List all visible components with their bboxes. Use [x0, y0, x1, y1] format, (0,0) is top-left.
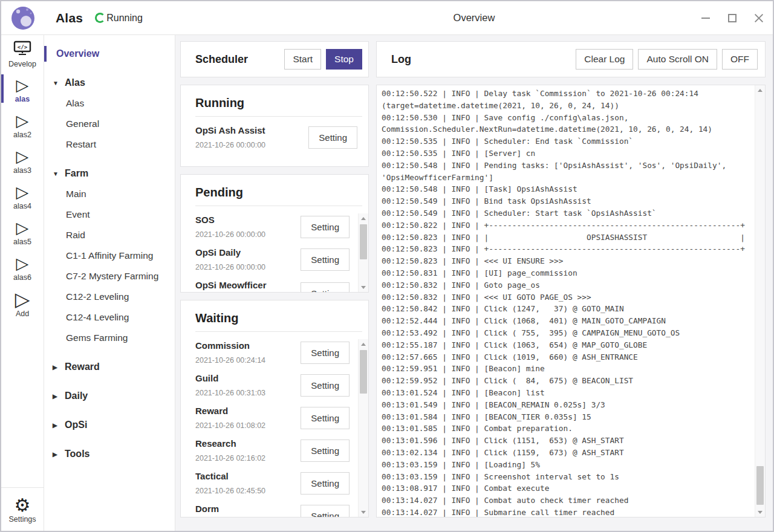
start-button[interactable]: Start — [284, 49, 321, 70]
play-icon: ▷ — [16, 77, 29, 94]
main-content: Scheduler Start Stop Running — [175, 35, 773, 531]
minimize-icon — [701, 18, 710, 19]
auto-scroll-off-button[interactable]: OFF — [722, 49, 758, 70]
nav-item[interactable]: ▶ Reward — [44, 357, 175, 377]
nav-item-label: Farm — [65, 168, 88, 179]
clear-log-button[interactable]: Clear Log — [576, 49, 633, 70]
running-card: Running OpSi Ash Assist 2021-10-26 00:00… — [180, 85, 369, 167]
scheduler-title: Scheduler — [195, 53, 284, 66]
task-name: Dorm — [195, 502, 297, 516]
rail-item[interactable]: </> ▷ alas5 — [1, 213, 44, 249]
nav-item-label: Alas — [66, 98, 84, 109]
scroll-down-icon[interactable] — [359, 282, 368, 292]
nav-item[interactable]: ▶ Daily — [44, 386, 175, 406]
log-line: 00:12:59.951 | INFO | [Beacon] mine — [382, 363, 753, 375]
nav-item[interactable]: Alas — [44, 93, 175, 114]
nav-item-label: Raid — [66, 230, 85, 241]
plus-icon: ▷ — [15, 290, 30, 308]
task-row: SOS 2021-10-26 00:00:00 Setting — [195, 213, 356, 240]
settings-button[interactable]: ⚙ Settings — [1, 487, 44, 531]
scroll-down-icon[interactable] — [359, 507, 368, 517]
rail-item[interactable]: </> ▷ alas6 — [1, 249, 44, 285]
scrollbar-thumb[interactable] — [360, 224, 367, 259]
gear-icon: ⚙ — [15, 496, 31, 515]
scheduler-status: Running — [95, 13, 143, 24]
log-line: 00:13:01.596 | INFO | Click (1151, 653) … — [382, 435, 753, 447]
task-setting-button[interactable]: Setting — [301, 505, 350, 517]
log-line: 00:12:52.444 | INFO | Click (1068, 401) … — [382, 315, 753, 327]
nav-item[interactable]: C1-1 Affinity Farming — [44, 245, 175, 266]
scroll-down-icon[interactable] — [755, 507, 765, 517]
divider — [195, 331, 362, 332]
rail-item[interactable]: </> ▷ Develop — [1, 35, 44, 71]
log-line: 00:13:02.134 | INFO | Click (1159, 673) … — [382, 447, 753, 459]
task-setting-button[interactable]: Setting — [301, 216, 350, 238]
waiting-scrollbar[interactable] — [358, 339, 368, 517]
settings-label: Settings — [8, 515, 36, 524]
log-line: 00:12:50.548 | INFO | Pending tasks: ['O… — [382, 160, 753, 184]
nav-item[interactable]: Gems Farming — [44, 328, 175, 348]
log-title: Log — [391, 53, 576, 66]
maximize-button[interactable] — [727, 13, 738, 24]
task-next-run-time: 2021-10-26 02:45:50 — [195, 485, 297, 496]
nav-item-label: C12-4 Leveling — [66, 312, 129, 323]
nav-item[interactable]: ▼ Farm — [44, 163, 175, 184]
task-setting-button[interactable]: Setting — [308, 126, 357, 149]
log-line: 00:12:50.823 | INFO | | OPSIASHASSIST | — [382, 232, 753, 244]
rail-item[interactable]: </> ▷ alas3 — [1, 142, 44, 178]
log-line: 00:12:50.823 | INFO | +-----------------… — [382, 243, 753, 255]
pending-scrollbar[interactable] — [358, 213, 368, 292]
task-setting-button[interactable]: Setting — [301, 407, 350, 429]
scroll-up-icon[interactable] — [359, 213, 368, 223]
task-setting-button[interactable]: Setting — [301, 282, 350, 293]
task-name: OpSi Meowfficer Farming — [195, 279, 297, 292]
stop-button[interactable]: Stop — [326, 49, 362, 70]
task-name: Research — [195, 437, 297, 450]
log-line: 00:13:01.549 | INFO | [BEACON_REMAIN 0.0… — [382, 399, 753, 411]
nav-item[interactable]: General — [44, 114, 175, 134]
nav-item[interactable]: Event — [44, 204, 175, 225]
task-setting-button[interactable]: Setting — [301, 472, 350, 495]
scrollbar-thumb[interactable] — [756, 466, 764, 505]
scrollbar-thumb[interactable] — [360, 350, 367, 394]
task-next-run-time: 2021-10-26 00:31:03 — [195, 388, 297, 398]
running-task-list: OpSi Ash Assist 2021-10-26 00:00:00 Sett… — [195, 124, 368, 157]
minimize-button[interactable] — [700, 13, 711, 24]
nav-item[interactable]: Restart — [44, 134, 175, 155]
task-setting-button[interactable]: Setting — [301, 342, 350, 364]
close-button[interactable] — [753, 13, 764, 24]
task-setting-button[interactable]: Setting — [301, 440, 350, 462]
log-scrollbar[interactable] — [755, 85, 765, 517]
task-next-run-time: 2021-10-26 00:00:00 — [195, 229, 297, 240]
divider — [195, 206, 362, 206]
nav-item[interactable]: Overview — [44, 44, 175, 64]
nav-item[interactable]: C7-2 Mystery Farming — [44, 266, 175, 287]
nav-item[interactable]: ▼ Alas — [44, 73, 175, 93]
nav-item[interactable]: ▶ OpSi — [44, 415, 175, 435]
log-output[interactable]: 00:12:50.522 | INFO | Delay task `Commis… — [377, 85, 755, 517]
log-line: 00:13:03.159 | INFO | Screenshot interva… — [382, 471, 753, 483]
log-line: 00:12:50.823 | INFO | <<< UI ENSURE >>> — [382, 255, 753, 267]
rail-item[interactable]: </> ▷ alas — [1, 71, 44, 106]
nav-item[interactable]: C12-4 Leveling — [44, 307, 175, 328]
auto-scroll-on-button[interactable]: Auto Scroll ON — [638, 49, 717, 70]
nav-item[interactable]: Raid — [44, 225, 175, 245]
nav-item[interactable]: ▶ Tools — [44, 444, 175, 464]
log-line: 00:12:50.549 | INFO | Bind task OpsiAshA… — [382, 195, 753, 207]
task-row: Tactical 2021-10-26 02:45:50 Setting — [195, 470, 356, 496]
rail-item[interactable]: </> ▷ Add — [1, 285, 44, 320]
nav-item-label: Daily — [65, 391, 88, 401]
task-name: OpSi Ash Assist — [195, 124, 305, 137]
nav-item[interactable]: Main — [44, 184, 175, 204]
log-line: 00:12:57.665 | INFO | Click (1019, 660) … — [382, 351, 753, 363]
log-line: 00:12:53.492 | INFO | Click ( 755, 395) … — [382, 327, 753, 339]
titlebar: Alas Running Overview — [1, 1, 773, 35]
rail-item[interactable]: </> ▷ alas2 — [1, 106, 44, 142]
window-controls — [700, 1, 764, 35]
scroll-up-icon[interactable] — [359, 339, 368, 349]
nav-item[interactable]: C12-2 Leveling — [44, 287, 175, 307]
scroll-up-icon[interactable] — [755, 85, 765, 95]
rail-item[interactable]: </> ▷ alas4 — [1, 178, 44, 213]
task-setting-button[interactable]: Setting — [301, 374, 350, 397]
task-setting-button[interactable]: Setting — [301, 248, 350, 271]
